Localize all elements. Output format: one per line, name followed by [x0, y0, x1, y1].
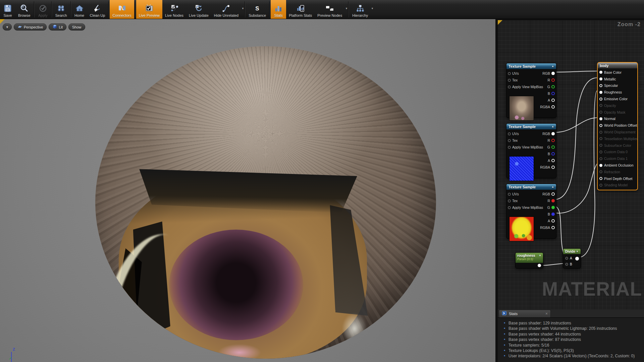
material-input-pin-roughness[interactable] — [599, 91, 602, 94]
material-input-pin-world-position-offset[interactable] — [599, 124, 602, 127]
node-graph-canvas[interactable]: Zoom -2 MATERIAL Texture Sample▲RGBRGBAR… — [498, 20, 644, 309]
output-pin-b[interactable] — [551, 92, 555, 95]
param-output-pin[interactable] — [538, 264, 541, 267]
output-pin-r[interactable] — [551, 139, 555, 142]
toolbar-button-live-update[interactable]: Live Update — [186, 0, 211, 19]
viewport-options-dropdown[interactable]: ▼ — [3, 23, 12, 31]
output-pin-label: G — [547, 145, 550, 149]
right-panel: Zoom -2 MATERIAL Texture Sample▲RGBRGBAR… — [495, 19, 644, 362]
output-pin-rgba[interactable] — [551, 105, 555, 109]
toolbar-button-preview-nodes[interactable]: Preview Nodes▾ — [315, 0, 347, 19]
viewport-button-show[interactable]: Show — [68, 23, 85, 31]
output-pin-a[interactable] — [551, 99, 555, 102]
toolbar-button-live-preview[interactable]: Live Preview — [136, 0, 162, 19]
divide-node[interactable]: Divide ▼ AB — [563, 248, 581, 268]
texture-sample-node-3[interactable]: Texture Sample▲RGBRGBARGBAUVsTexApply Vi… — [506, 184, 556, 239]
output-pin-rgb[interactable] — [551, 192, 555, 196]
input-pin-tex[interactable] — [508, 139, 511, 142]
input-pin-apply-view-mipbias[interactable] — [508, 206, 511, 209]
material-input-pin-specular[interactable] — [599, 84, 602, 87]
input-pin-uvs[interactable] — [508, 132, 511, 135]
toolbar-button-label: Connectors — [112, 13, 131, 17]
chevron-down-icon[interactable]: ▼ — [576, 250, 579, 253]
divide-input-pin-a[interactable] — [565, 257, 568, 260]
preview-viewport[interactable]: ▼PerspectiveLitShow Z — [0, 19, 495, 362]
output-pin-g[interactable] — [551, 206, 555, 209]
input-pin-apply-view-mipbias[interactable] — [508, 85, 511, 88]
viewport-button-perspective[interactable]: Perspective — [14, 23, 47, 31]
tab-stats[interactable]: Stats × — [499, 310, 551, 317]
material-pin-label: Metallic — [604, 77, 616, 81]
output-pin-g[interactable] — [551, 145, 555, 149]
texture-sample-node-2[interactable]: Texture Sample▲RGBRGBARGBAUVsTexApply Vi… — [506, 123, 556, 178]
material-input-pin-base-color[interactable] — [599, 71, 602, 74]
material-input-pin-subsurface-color — [599, 144, 602, 147]
toolbar-button-stats[interactable]: Stats — [271, 0, 286, 19]
chevron-down-icon[interactable]: ▾ — [346, 7, 347, 10]
toolbar-button-connectors[interactable]: Connectors — [110, 0, 134, 19]
material-input-pin-pixel-depth-offset[interactable] — [599, 177, 602, 180]
material-input-pin-ambient-occlusion[interactable] — [599, 164, 602, 167]
output-pin-g[interactable] — [551, 85, 555, 88]
toolbar-button-substance[interactable]: SSubstance — [246, 0, 269, 19]
output-pin-b[interactable] — [551, 152, 555, 156]
material-pin-label: Shading Model — [604, 183, 628, 187]
material-input-pin-metallic[interactable] — [599, 77, 602, 80]
material-output-node-body[interactable]: body Base ColorMetallicSpecularRoughness… — [597, 62, 638, 190]
output-pin-label: RGB — [542, 71, 550, 75]
input-pin-uvs[interactable] — [508, 193, 511, 196]
output-pin-rgb[interactable] — [551, 132, 555, 135]
output-pin-r[interactable] — [551, 199, 555, 202]
chevron-up-icon[interactable]: ▲ — [551, 65, 554, 68]
toolbar-button-clean-up[interactable]: Clean Up — [87, 0, 108, 19]
substance-icon: S — [253, 4, 262, 13]
material-input-pin-emissive-color[interactable] — [599, 98, 602, 101]
input-pin-label: Tex — [512, 138, 518, 142]
toolbar-button-label: Platform Stats — [289, 13, 312, 17]
toolbar-button-label: Preview Nodes — [317, 13, 342, 17]
param-node-roughness[interactable]: roughness ▼ Param (0.5) — [515, 252, 543, 268]
chevron-down-icon[interactable]: ▾ — [372, 7, 373, 10]
output-pin-rgb[interactable] — [551, 72, 555, 75]
output-pin-a[interactable] — [551, 219, 555, 223]
input-pin-tex[interactable] — [508, 79, 511, 82]
material-input-pin-world-displacement — [599, 131, 602, 134]
viewport-button-lit[interactable]: Lit — [49, 23, 66, 31]
material-input-pin-normal[interactable] — [599, 117, 602, 120]
chevron-down-icon[interactable]: ▾ — [242, 7, 244, 10]
toolbar-button-home[interactable]: Home — [72, 0, 87, 19]
skin-diffuse-texture-thumbnail — [509, 96, 534, 121]
main-toolbar: SaveBrowseApplySearchHomeClean UpConnect… — [0, 0, 644, 19]
chevron-down-icon[interactable]: ▼ — [539, 254, 541, 257]
viewport-toolbar: ▼PerspectiveLitShow — [3, 23, 85, 31]
divide-input-label: A — [570, 256, 572, 260]
toolbar-button-hierarchy[interactable]: Hierarchy▾ — [350, 0, 373, 19]
output-pin-rgba[interactable] — [551, 226, 555, 229]
toolbar-button-browse[interactable]: Browse — [15, 0, 33, 19]
toolbar-button-label: Live Preview — [139, 13, 160, 17]
texture-sample-node-1[interactable]: Texture Sample▲RGBRGBARGBAUVsTexApply Vi… — [506, 63, 556, 118]
input-pin-apply-view-mipbias[interactable] — [508, 146, 511, 149]
input-pin-uvs[interactable] — [508, 72, 511, 75]
chevron-up-icon[interactable]: ▲ — [551, 185, 554, 188]
output-pin-r[interactable] — [551, 78, 555, 82]
toolbar-button-label: Apply — [38, 13, 48, 17]
toolbar-button-platform-stats[interactable]: Platform Stats — [286, 0, 315, 19]
toolbar-button-search[interactable]: Search — [53, 0, 70, 19]
divide-output-pin[interactable] — [575, 257, 579, 260]
chevron-up-icon[interactable]: ▲ — [551, 125, 554, 128]
divide-input-pin-b[interactable] — [565, 263, 568, 266]
output-pin-a[interactable] — [551, 159, 555, 162]
toolbar-button-save[interactable]: Save — [0, 0, 15, 19]
output-pin-rgba[interactable] — [551, 166, 555, 169]
input-pin-label: Tex — [512, 199, 518, 203]
material-pin-label: Tessellation Multiplier — [604, 137, 638, 141]
toolbar-button-hide-unrelated[interactable]: Hide Unrelated▾ — [211, 0, 244, 19]
output-pin-b[interactable] — [551, 213, 555, 216]
viewport-button-label: Lit — [59, 25, 63, 29]
close-icon[interactable]: × — [545, 311, 548, 316]
toolbar-button-label: Hierarchy — [352, 13, 368, 17]
toolbar-button-live-nodes[interactable]: Live Nodes — [162, 0, 186, 19]
input-pin-tex[interactable] — [508, 199, 511, 202]
material-pin-label: Pixel Depth Offset — [604, 177, 632, 181]
